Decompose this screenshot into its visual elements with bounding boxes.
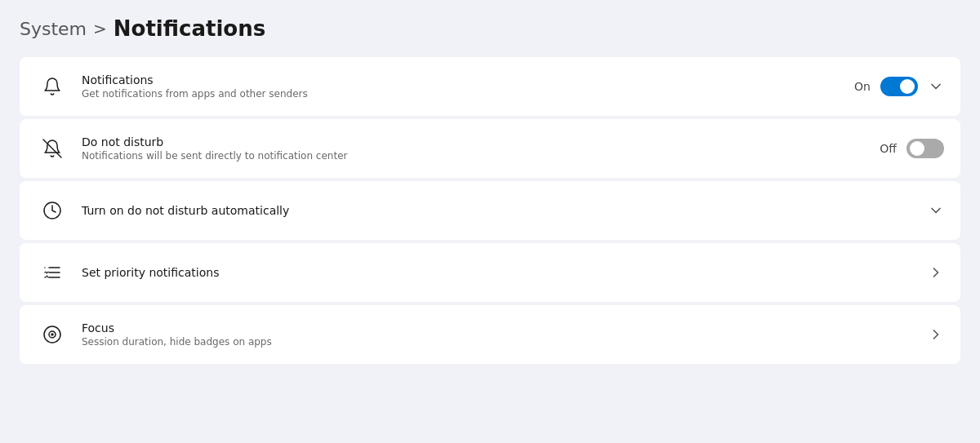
notifications-text: Notifications Get notifications from app… [82,73,854,100]
auto-dnd-right [928,202,944,219]
focus-chevron-right-icon [928,326,944,343]
auto-dnd-text: Turn on do not disturb automatically [82,204,928,217]
priority-title: Set priority notifications [82,266,928,279]
dnd-text: Do not disturb Notifications will be sen… [82,135,880,162]
priority-right [928,264,944,281]
focus-right [928,326,944,343]
notifications-right: On [854,77,944,96]
bell-off-icon [36,139,69,158]
auto-dnd-item[interactable]: Turn on do not disturb automatically [20,181,960,240]
bell-icon [36,77,69,96]
notifications-item[interactable]: Notifications Get notifications from app… [20,57,960,116]
settings-list: Notifications Get notifications from app… [20,57,960,364]
focus-item[interactable]: Focus Session duration, hide badges on a… [20,305,960,364]
toggle-knob-dnd [910,141,924,156]
svg-line-0 [43,140,61,157]
breadcrumb-parent[interactable]: System [20,19,87,39]
auto-dnd-chevron-down-icon [928,202,944,219]
notifications-toggle-label: On [854,80,871,93]
breadcrumb-current: Notifications [114,16,265,41]
notifications-toggle[interactable] [880,77,918,96]
notifications-subtitle: Get notifications from apps and other se… [82,88,854,100]
svg-point-10 [51,334,53,335]
priority-chevron-right-icon [928,264,944,281]
sort-icon [36,263,69,282]
breadcrumb-separator: > [93,19,107,38]
do-not-disturb-item[interactable]: Do not disturb Notifications will be sen… [20,119,960,178]
toggle-knob [900,79,915,94]
focus-subtitle: Session duration, hide badges on apps [82,336,928,348]
dnd-right: Off [880,139,944,158]
dnd-toggle-label: Off [880,142,897,155]
clock-icon [36,201,69,220]
focus-title: Focus [82,321,928,334]
breadcrumb: System > Notifications [20,16,960,41]
notifications-title: Notifications [82,73,854,86]
dnd-title: Do not disturb [82,135,880,148]
notifications-chevron-down-icon [928,78,944,95]
priority-text: Set priority notifications [82,266,928,279]
auto-dnd-title: Turn on do not disturb automatically [82,204,928,217]
focus-text: Focus Session duration, hide badges on a… [82,321,928,348]
focus-icon [36,325,69,344]
priority-notifications-item[interactable]: Set priority notifications [20,243,960,302]
dnd-toggle[interactable] [906,139,944,158]
dnd-subtitle: Notifications will be sent directly to n… [82,150,880,162]
